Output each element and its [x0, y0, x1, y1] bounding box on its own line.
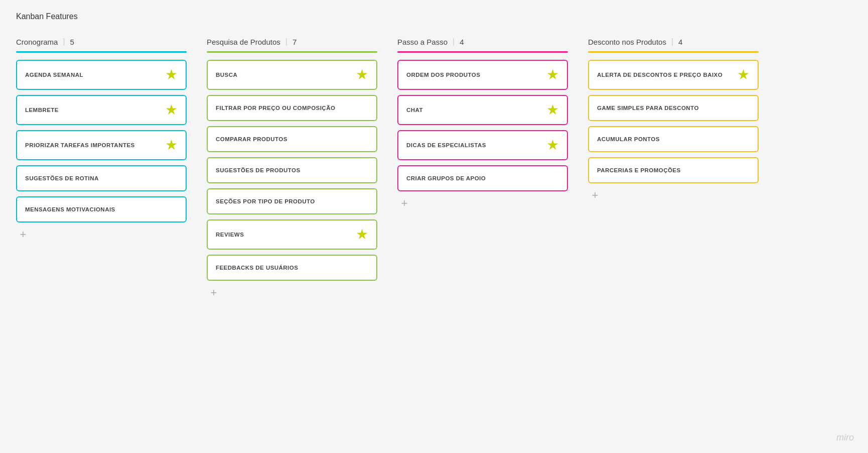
- card-text-pesquisa-3: SUGESTÕES DE PRODUTOS: [216, 166, 368, 174]
- add-card-button-desconto[interactable]: +: [588, 188, 602, 202]
- column-line-passo-a-passo: [397, 51, 568, 53]
- column-count-cronograma: 5: [70, 38, 74, 46]
- card-text-cronograma-4: MENSAGENS MOTIVACIONAIS: [25, 205, 178, 213]
- card-cronograma-2[interactable]: PRIORIZAR TAREFAS IMPORTANTES★: [16, 130, 187, 160]
- card-pesquisa-1[interactable]: FILTRAR POR PREÇO OU COMPOSIÇÃO: [207, 95, 377, 121]
- kanban-board: Cronograma|5AGENDA SEMANAL★LEMBRETE★PRIO…: [16, 37, 852, 300]
- column-count-pesquisa: 7: [293, 38, 297, 46]
- card-text-desconto-1: GAME SIMPLES PARA DESCONTO: [597, 104, 750, 112]
- card-desconto-0[interactable]: ALERTA DE DESCONTOS E PREÇO BAIXO★: [588, 60, 759, 90]
- card-text-passo-a-passo-3: CRIAR GRUPOS DE APOIO: [406, 174, 559, 182]
- column-header-passo-a-passo: Passo a Passo|4: [397, 37, 568, 46]
- add-card-button-passo-a-passo[interactable]: +: [397, 196, 411, 210]
- card-text-pesquisa-6: FEEDBACKS DE USUÁRIOS: [216, 264, 368, 272]
- star-icon-passo-a-passo-2: ★: [546, 138, 559, 152]
- card-desconto-2[interactable]: ACUMULAR PONTOS: [588, 126, 759, 152]
- column-count-passo-a-passo: 4: [460, 38, 464, 46]
- column-title-desconto: Desconto nos Produtos: [588, 38, 666, 46]
- card-text-pesquisa-2: COMPARAR PRODUTOS: [216, 135, 368, 143]
- add-card-button-cronograma[interactable]: +: [16, 228, 30, 242]
- miro-logo: miro: [836, 432, 854, 443]
- column-line-cronograma: [16, 51, 187, 53]
- star-icon-cronograma-2: ★: [165, 138, 178, 152]
- card-cronograma-4[interactable]: MENSAGENS MOTIVACIONAIS: [16, 196, 187, 222]
- card-text-desconto-0: ALERTA DE DESCONTOS E PREÇO BAIXO: [597, 71, 733, 79]
- card-passo-a-passo-3[interactable]: CRIAR GRUPOS DE APOIO: [397, 165, 568, 191]
- card-text-passo-a-passo-2: DICAS DE ESPECIALISTAS: [406, 141, 542, 149]
- star-icon-cronograma-0: ★: [165, 68, 178, 82]
- card-passo-a-passo-2[interactable]: DICAS DE ESPECIALISTAS★: [397, 130, 568, 160]
- column-pesquisa: Pesquisa de Produtos|7BUSCA★FILTRAR POR …: [207, 37, 377, 300]
- card-pesquisa-5[interactable]: REVIEWS★: [207, 219, 377, 250]
- column-divider-cronograma: |: [63, 37, 65, 46]
- star-icon-cronograma-1: ★: [165, 103, 178, 117]
- column-divider-desconto: |: [671, 37, 673, 46]
- card-text-desconto-3: PARCERIAS E PROMOÇÕES: [597, 166, 750, 174]
- card-text-passo-a-passo-1: CHAT: [406, 106, 542, 114]
- card-pesquisa-3[interactable]: SUGESTÕES DE PRODUTOS: [207, 157, 377, 183]
- column-divider-pesquisa: |: [285, 37, 287, 46]
- column-title-cronograma: Cronograma: [16, 38, 58, 46]
- card-desconto-3[interactable]: PARCERIAS E PROMOÇÕES: [588, 157, 759, 183]
- card-passo-a-passo-0[interactable]: ORDEM DOS PRODUTOS★: [397, 60, 568, 90]
- column-line-desconto: [588, 51, 759, 53]
- card-cronograma-0[interactable]: AGENDA SEMANAL★: [16, 60, 187, 90]
- card-text-desconto-2: ACUMULAR PONTOS: [597, 135, 750, 143]
- star-icon-passo-a-passo-1: ★: [546, 103, 559, 117]
- card-pesquisa-2[interactable]: COMPARAR PRODUTOS: [207, 126, 377, 152]
- column-header-cronograma: Cronograma|5: [16, 37, 187, 46]
- card-text-pesquisa-5: REVIEWS: [216, 231, 352, 239]
- card-pesquisa-4[interactable]: SEÇÕES POR TIPO DE PRODUTO: [207, 188, 377, 214]
- star-icon-desconto-0: ★: [737, 68, 750, 82]
- card-pesquisa-0[interactable]: BUSCA★: [207, 60, 377, 90]
- column-passo-a-passo: Passo a Passo|4ORDEM DOS PRODUTOS★CHAT★D…: [397, 37, 568, 210]
- card-text-passo-a-passo-0: ORDEM DOS PRODUTOS: [406, 71, 542, 79]
- page-title: Kanban Features: [16, 12, 852, 21]
- card-pesquisa-6[interactable]: FEEDBACKS DE USUÁRIOS: [207, 255, 377, 281]
- column-header-desconto: Desconto nos Produtos|4: [588, 37, 759, 46]
- column-header-pesquisa: Pesquisa de Produtos|7: [207, 37, 377, 46]
- column-count-desconto: 4: [678, 38, 682, 46]
- column-cronograma: Cronograma|5AGENDA SEMANAL★LEMBRETE★PRIO…: [16, 37, 187, 242]
- card-text-pesquisa-1: FILTRAR POR PREÇO OU COMPOSIÇÃO: [216, 104, 368, 112]
- card-cronograma-1[interactable]: LEMBRETE★: [16, 95, 187, 125]
- column-title-pesquisa: Pesquisa de Produtos: [207, 38, 280, 46]
- column-divider-passo-a-passo: |: [453, 37, 455, 46]
- card-passo-a-passo-1[interactable]: CHAT★: [397, 95, 568, 125]
- card-text-pesquisa-0: BUSCA: [216, 71, 352, 79]
- star-icon-pesquisa-5: ★: [356, 228, 368, 242]
- card-text-pesquisa-4: SEÇÕES POR TIPO DE PRODUTO: [216, 197, 368, 205]
- star-icon-passo-a-passo-0: ★: [546, 68, 559, 82]
- column-line-pesquisa: [207, 51, 377, 53]
- add-card-button-pesquisa[interactable]: +: [207, 286, 221, 300]
- column-desconto: Desconto nos Produtos|4ALERTA DE DESCONT…: [588, 37, 759, 202]
- card-text-cronograma-3: SUGESTÕES DE ROTINA: [25, 174, 178, 182]
- card-cronograma-3[interactable]: SUGESTÕES DE ROTINA: [16, 165, 187, 191]
- column-title-passo-a-passo: Passo a Passo: [397, 38, 448, 46]
- card-text-cronograma-0: AGENDA SEMANAL: [25, 71, 161, 79]
- star-icon-pesquisa-0: ★: [356, 68, 368, 82]
- card-desconto-1[interactable]: GAME SIMPLES PARA DESCONTO: [588, 95, 759, 121]
- card-text-cronograma-2: PRIORIZAR TAREFAS IMPORTANTES: [25, 141, 161, 149]
- card-text-cronograma-1: LEMBRETE: [25, 106, 161, 114]
